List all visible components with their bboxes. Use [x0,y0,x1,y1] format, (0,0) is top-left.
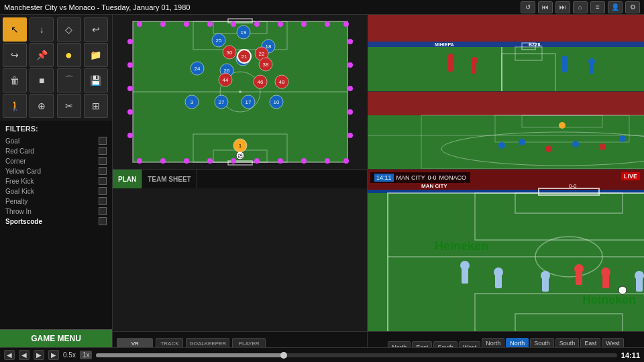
filter-redcard-checkbox[interactable] [99,147,107,155]
prev-icon[interactable]: ⏮ [538,1,553,13]
menu-icon[interactable]: ≡ [590,1,605,13]
filter-goal-checkbox[interactable] [99,137,107,145]
svg-text:MAN CITY: MAN CITY [421,183,447,189]
square-tool[interactable]: ■ [30,68,54,93]
filter-yellowcard-checkbox[interactable] [99,167,107,175]
save-tool[interactable]: 💾 [84,68,108,93]
bottom-playback-bar: ◀ ◀ ▶ ▶ 0.5x 1x 14:11 [0,347,644,362]
svg-rect-82 [368,42,644,47]
crosshair-tool[interactable]: ⊕ [30,94,54,118]
svg-text:19: 19 [241,29,247,36]
svg-point-24 [184,158,189,164]
filter-freekick: Free Kick [5,177,107,185]
svg-point-35 [127,109,133,115]
tabs-panel: PLAN TEAM SHEET [113,169,368,331]
filter-yellowcard-label: Yellow Card [5,168,41,175]
home-team: MAN CITY [396,174,425,181]
filter-sportscode-checkbox[interactable] [99,217,107,225]
tabs-header: PLAN TEAM SHEET [113,170,367,188]
filter-freekick-checkbox[interactable] [99,177,107,185]
svg-text:44: 44 [223,77,229,83]
time-display: 14:11 [621,351,640,359]
download-tool[interactable]: ↓ [30,17,54,42]
next-icon[interactable]: ⏭ [555,1,570,13]
progress-handle[interactable] [280,352,287,359]
filter-corner-checkbox[interactable] [99,157,107,165]
rewind-btn[interactable]: ◀ [4,350,15,360]
svg-point-145 [635,271,644,280]
person-tool[interactable]: 🚶 [3,94,27,118]
speed-one[interactable]: 1x [80,351,93,359]
filter-goalkick-checkbox[interactable] [99,187,107,195]
live-match-video: 14:11 MAN CITY 0-0 MONACO LIVE MAN CITY … [368,169,644,331]
center-content: ⚽ 19 25 18 42 24 [113,15,644,362]
game-menu-button[interactable]: GAME MENU [0,329,112,347]
top-bar-icons: ↺ ⏮ ⏭ ⌂ ≡ 👤 ⚙ [521,1,640,13]
svg-point-93 [471,57,478,64]
filter-redcard-label: Red Card [5,147,34,155]
top-row: ⚽ 19 25 18 42 24 [113,15,644,169]
svg-point-19 [301,21,307,27]
svg-point-39 [347,86,353,91]
svg-text:1: 1 [239,143,242,149]
video-top: MIHIEPA BZZIL [368,15,644,92]
speed-half[interactable]: 0.5x [63,351,76,359]
forward-tool[interactable]: ↪ [3,43,27,67]
circle-tool[interactable]: ● [57,43,81,67]
undo-tool[interactable]: ↩ [84,17,108,42]
arc-tool[interactable]: ⌒ [57,68,81,93]
svg-point-95 [561,56,568,62]
filter-penalty-checkbox[interactable] [99,197,107,205]
svg-point-110 [498,142,505,149]
svg-text:Heineken: Heineken [435,239,488,253]
match-title: Manchester City vs Monaco - Tuesday, Jan… [4,3,190,11]
svg-point-112 [545,145,552,152]
eraser-tool[interactable]: ◇ [57,17,81,42]
svg-point-31 [343,158,349,164]
tactical-map: ⚽ 19 25 18 42 24 [113,15,368,169]
svg-text:22: 22 [259,51,265,57]
svg-point-14 [184,21,189,27]
grid-tool[interactable]: ⊞ [84,94,108,118]
svg-point-40 [347,109,353,115]
tab-team-sheet[interactable]: TEAM SHEET [142,170,197,188]
filter-sportscode: Sportscode [5,217,107,225]
filter-freekick-label: Free Kick [5,178,34,185]
svg-point-13 [160,21,166,27]
cut-tool[interactable]: ✂ [57,94,81,118]
svg-point-32 [127,39,133,44]
folder-tool[interactable]: 📁 [84,43,108,67]
progress-bar[interactable] [96,353,616,357]
trash-tool[interactable]: 🗑 [3,68,27,93]
svg-text:48: 48 [279,79,285,85]
filter-corner: Corner [5,157,107,165]
svg-text:27: 27 [219,99,225,105]
filter-corner-label: Corner [5,158,26,165]
filter-throwin-label: Throw In [5,208,32,215]
filters-section: FILTERS: Goal Red Card Corner Yellow Car… [0,121,112,329]
play-next-btn[interactable]: ▶ [48,350,59,360]
arrow-tool[interactable]: ↖ [3,17,27,42]
svg-text:Heineken: Heineken [582,293,636,306]
filter-goal: Goal [5,137,107,145]
settings-icon[interactable]: ⚙ [625,1,640,13]
away-team: MONACO [439,174,467,181]
svg-point-38 [347,62,353,68]
pin-tool[interactable]: 📌 [30,43,54,67]
user-icon[interactable]: 👤 [608,1,623,13]
svg-point-135 [460,261,470,270]
svg-point-29 [301,158,307,164]
tab-plan[interactable]: PLAN [113,170,142,188]
play-prev-btn[interactable]: ◀ [19,350,30,360]
svg-point-17 [254,21,260,27]
refresh-icon[interactable]: ↺ [521,1,535,13]
live-badge: LIVE [621,172,640,180]
home-icon[interactable]: ⌂ [573,1,588,13]
filter-yellowcard: Yellow Card [5,167,107,175]
score-bar: 14:11 MAN CITY 0-0 MONACO [370,172,470,183]
right-video-panel: MIHIEPA BZZIL [368,15,644,169]
play-btn[interactable]: ▶ [34,350,44,360]
filter-penalty-label: Penalty [5,198,28,205]
svg-point-37 [347,39,353,44]
filter-throwin-checkbox[interactable] [99,207,107,215]
